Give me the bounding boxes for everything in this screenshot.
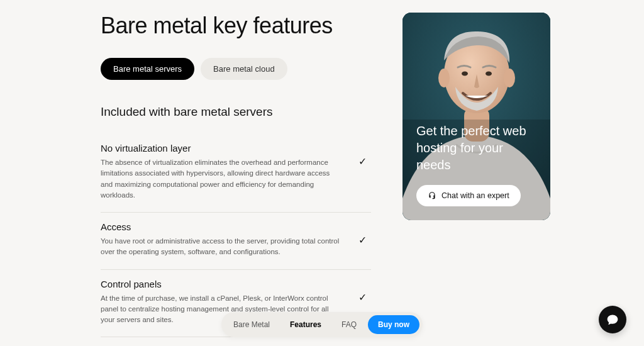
feature-desc: The absence of virtualization eliminates… bbox=[101, 157, 340, 201]
pill-buy-now[interactable]: Buy now bbox=[368, 315, 419, 334]
two-column-layout: Bare metal key features Bare metal serve… bbox=[101, 13, 594, 346]
headset-icon bbox=[428, 191, 436, 200]
feature-row: Access You have root or administrative a… bbox=[101, 213, 371, 270]
promo-overlay: Get the perfect web hosting for your nee… bbox=[402, 13, 550, 220]
page-root: Bare metal key features Bare metal serve… bbox=[0, 0, 644, 346]
feature-row: Remote management Remote management tool… bbox=[101, 337, 371, 346]
feature-text: No virtualization layer The absence of v… bbox=[101, 143, 340, 201]
chat-bubble-icon bbox=[606, 313, 619, 326]
checkmark-icon: ✓ bbox=[358, 279, 371, 303]
main-content: Bare metal key features Bare metal serve… bbox=[101, 13, 371, 346]
chat-button-label: Chat with an expert bbox=[441, 191, 509, 200]
checkmark-icon: ✓ bbox=[358, 221, 371, 246]
pill-faq[interactable]: FAQ bbox=[333, 315, 365, 334]
page-title: Bare metal key features bbox=[101, 13, 371, 39]
bottom-pill-nav: Bare Metal Features FAQ Buy now bbox=[221, 312, 423, 337]
tab-bare-metal-servers[interactable]: Bare metal servers bbox=[101, 58, 194, 80]
tab-bare-metal-cloud[interactable]: Bare metal cloud bbox=[201, 58, 287, 80]
section-subheading: Included with bare metal servers bbox=[101, 105, 371, 119]
feature-title: No virtualization layer bbox=[101, 143, 340, 153]
feature-desc: You have root or administrative access t… bbox=[101, 236, 340, 258]
feature-title: Control panels bbox=[101, 279, 340, 289]
promo-title: Get the perfect web hosting for your nee… bbox=[416, 123, 536, 174]
chat-fab-button[interactable] bbox=[599, 306, 626, 333]
chat-with-expert-button[interactable]: Chat with an expert bbox=[416, 185, 521, 206]
pill-bare-metal[interactable]: Bare Metal bbox=[225, 315, 279, 334]
tab-group: Bare metal servers Bare metal cloud bbox=[101, 58, 371, 80]
promo-card: Get the perfect web hosting for your nee… bbox=[402, 13, 550, 220]
feature-row: No virtualization layer The absence of v… bbox=[101, 134, 371, 213]
feature-title: Access bbox=[101, 221, 340, 232]
checkmark-icon: ✓ bbox=[358, 143, 371, 167]
feature-text: Access You have root or administrative a… bbox=[101, 221, 340, 258]
pill-features[interactable]: Features bbox=[281, 315, 330, 334]
